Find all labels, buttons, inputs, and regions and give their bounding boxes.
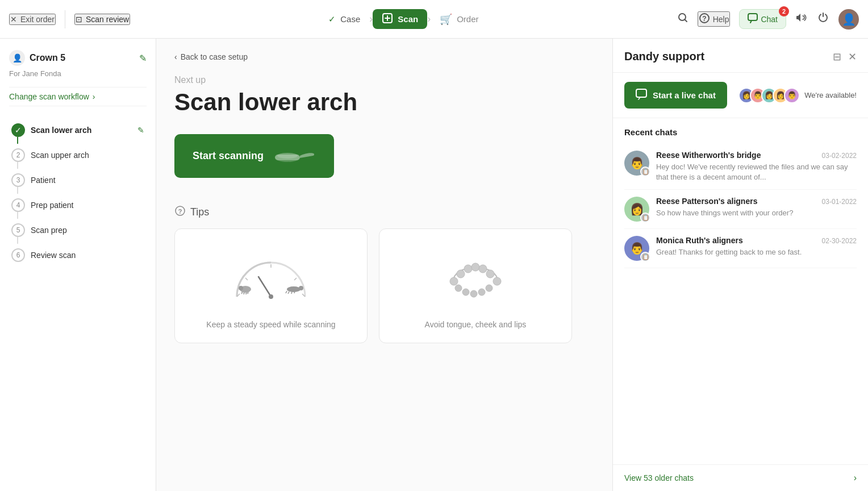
chat-2-date: 03-01-2022 (822, 198, 857, 206)
start-live-chat-button[interactable]: Start a live chat (624, 82, 727, 109)
sidebar-step-3[interactable]: 3 Patient (9, 168, 147, 193)
step-order-label: Order (457, 14, 478, 24)
chat-3-info: Monica Ruth's aligners 02-30-2022 Great!… (656, 236, 857, 261)
volume-icon[interactable] (795, 11, 808, 27)
svg-point-31 (464, 265, 472, 273)
scan-review-button[interactable]: ⊡ Scan review (74, 14, 130, 25)
svg-line-11 (245, 278, 248, 280)
chat-button[interactable]: Chat 2 (739, 9, 786, 29)
search-icon[interactable] (677, 12, 688, 26)
tip-speed-label: Keep a steady speed while scanning (206, 320, 335, 329)
chevron-right-older-icon: › (854, 473, 857, 483)
chevron-left-icon: ‹ (174, 52, 177, 61)
step-5-number: 5 (11, 223, 25, 237)
chat-item-3[interactable]: 👨 📋 Monica Ruth's aligners 02-30-2022 Gr… (624, 229, 857, 268)
edit-case-icon[interactable]: ✎ (139, 53, 147, 64)
sidebar-step-6[interactable]: 6 Review scan (9, 243, 147, 268)
svg-line-25 (291, 292, 292, 294)
svg-text:?: ? (178, 208, 182, 215)
scan-review-icon: ⊡ (76, 15, 82, 24)
chat-1-info: Reese Witherworth's bridge 03-02-2022 He… (656, 151, 857, 182)
chat-1-date: 03-02-2022 (822, 152, 857, 160)
svg-point-39 (478, 289, 485, 296)
step-4-number: 4 (11, 198, 25, 212)
chat-3-preview: Great! Thanks for getting back to me so … (656, 247, 857, 257)
svg-point-21 (287, 286, 301, 292)
user-avatar[interactable]: 👤 (838, 9, 859, 30)
chat-2-top: Reese Patterson's aligners 03-01-2022 (656, 197, 857, 206)
chat-bubble-icon (636, 89, 647, 102)
close-panel-icon[interactable]: ✕ (848, 51, 857, 63)
power-icon[interactable] (817, 11, 829, 27)
sidebar-step-1[interactable]: ✓ Scan lower arch ✎ (9, 118, 147, 143)
back-to-case-link[interactable]: ‹ Back to case setup (174, 52, 594, 61)
main-layout: 👤 Crown 5 ✎ For Jane Fonda Change scan w… (0, 39, 868, 491)
chat-3-avatar: 👨 📋 (624, 236, 649, 261)
main-content: ‹ Back to case setup Next up Scan lower … (156, 39, 612, 491)
chat-3-avatar-overlay: 📋 (640, 252, 650, 262)
chat-2-avatar-overlay: 📋 (640, 213, 650, 223)
chat-badge: 2 (779, 6, 789, 16)
svg-line-17 (241, 292, 243, 294)
svg-point-34 (486, 270, 494, 278)
tip-dental-visual (424, 243, 527, 311)
chat-3-date: 02-30-2022 (822, 237, 857, 245)
sidebar-step-5[interactable]: 5 Scan prep (9, 218, 147, 243)
svg-text:?: ? (702, 15, 706, 23)
svg-line-19 (246, 292, 247, 294)
case-header: 👤 Crown 5 ✎ (9, 50, 147, 66)
step-scan-label: Scan (398, 14, 418, 24)
step-order[interactable]: 🛒 Order (431, 10, 487, 29)
support-avatars: 👩 👨 👩 👩 👨 (738, 88, 800, 103)
tips-grid: Keep a steady speed while scanning (174, 228, 594, 343)
step-3-label: Patient (31, 176, 144, 185)
chat-item-1[interactable]: 👨 📋 Reese Witherworth's bridge 03-02-202… (624, 144, 857, 190)
step-1-edit-icon[interactable]: ✎ (137, 126, 144, 135)
close-icon: ✕ (10, 15, 17, 24)
recent-chats-section: Recent chats 👨 📋 Reese Witherworth's bri… (613, 118, 868, 464)
sidebar-step-4[interactable]: 4 Prep patient (9, 193, 147, 218)
svg-point-40 (486, 285, 493, 292)
available-text: We're available! (804, 91, 857, 99)
live-chat-label: Start a live chat (653, 90, 716, 100)
step-5-label: Scan prep (31, 226, 144, 235)
chat-item-2[interactable]: 👩 📋 Reese Patterson's aligners 03-01-202… (624, 190, 857, 229)
live-chat-area: Start a live chat 👩 👨 👩 👩 👨 We're availa… (613, 73, 868, 118)
case-title-text: Crown 5 (30, 53, 65, 63)
tips-header: ? Tips (174, 205, 594, 219)
svg-point-29 (450, 277, 458, 285)
sidebar-step-2[interactable]: 2 Scan upper arch (9, 143, 147, 168)
svg-line-23 (286, 291, 287, 293)
workflow-steps: ✓ Case › Scan › 🛒 Order (137, 9, 670, 29)
step-2-label: Scan upper arch (31, 151, 144, 160)
available-area: 👩 👨 👩 👩 👨 We're available! (738, 88, 857, 103)
chat-3-top: Monica Ruth's aligners 02-30-2022 (656, 236, 857, 245)
view-older-label: View 53 older chats (624, 473, 694, 482)
chat-3-name: Monica Ruth's aligners (656, 236, 743, 245)
svg-point-30 (457, 270, 465, 278)
svg-point-33 (479, 265, 487, 273)
exit-order-button[interactable]: ✕ Exit order (9, 14, 56, 25)
tips-label: Tips (190, 206, 209, 218)
case-icon: 👤 (9, 50, 25, 66)
scanner-device-icon (270, 143, 316, 169)
view-older-chats-button[interactable]: View 53 older chats › (613, 464, 868, 491)
step-scan[interactable]: Scan (373, 9, 427, 29)
change-workflow-button[interactable]: Change scan workflow › (9, 87, 147, 106)
page-heading: Scan lower arch (174, 89, 594, 116)
svg-point-32 (471, 263, 479, 271)
help-icon: ? (699, 13, 710, 26)
help-button[interactable]: ? Help (698, 11, 731, 27)
start-scanning-button[interactable]: Start scanning (174, 134, 334, 178)
help-label: Help (713, 15, 729, 24)
chat-2-name: Reese Patterson's aligners (656, 197, 757, 206)
case-title: 👤 Crown 5 (9, 50, 65, 66)
nav-divider (65, 10, 65, 28)
minimize-icon[interactable]: ⊟ (833, 51, 841, 63)
support-title: Dandy support (624, 50, 704, 63)
step-case[interactable]: ✓ Case (319, 11, 369, 28)
svg-line-26 (294, 291, 295, 293)
step-case-check-icon: ✓ (328, 14, 336, 24)
tips-section: ? Tips (174, 205, 594, 343)
tip-dental-label: Avoid tongue, cheek and lips (425, 320, 527, 329)
